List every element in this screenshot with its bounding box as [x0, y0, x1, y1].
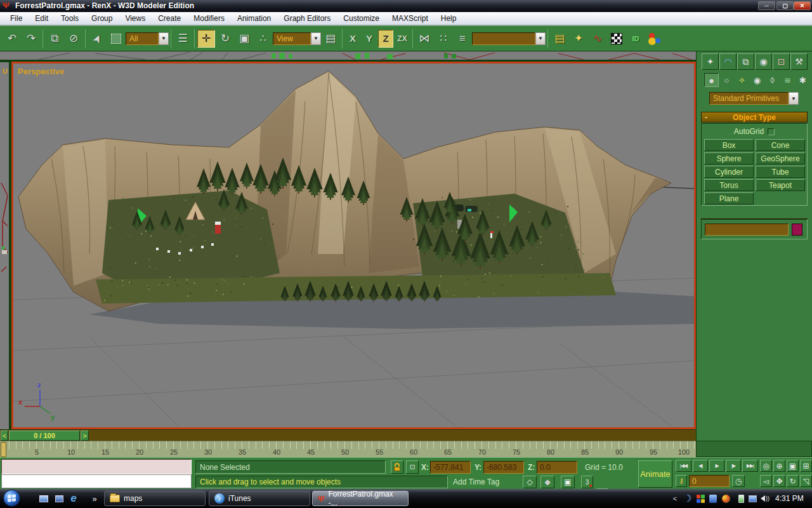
x-coord-field[interactable]: -577.841	[430, 461, 471, 474]
sphere-button[interactable]: Sphere	[704, 152, 754, 164]
degradation-cube-icon[interactable]: ◇	[523, 476, 537, 488]
use-pivot-center-icon[interactable]: ▤	[322, 30, 339, 48]
time-configuration-icon[interactable]: ◷	[732, 475, 745, 487]
time-slider-track[interactable]: < 0 / 100 >	[0, 429, 696, 441]
quick-launch-switcher-icon[interactable]	[53, 493, 65, 504]
snap-3d-icon[interactable]: 3	[581, 476, 593, 488]
restrict-x-button[interactable]: X	[345, 30, 360, 48]
min-max-toggle-icon[interactable]: ◹	[800, 475, 812, 487]
taskbar-button-maps[interactable]: maps	[104, 491, 206, 506]
mirror-icon[interactable]: ⋈	[416, 30, 433, 48]
rectangular-selection-icon[interactable]	[107, 30, 125, 48]
go-to-start-button[interactable]: |◀◀	[676, 460, 691, 472]
zoom-all-icon[interactable]: ⊕	[773, 460, 785, 472]
menu-animation[interactable]: Animation	[231, 13, 277, 24]
maxscript-listener-pink[interactable]	[1, 459, 192, 474]
undo-icon[interactable]: ↶	[3, 30, 21, 48]
redo-icon[interactable]: ↷	[22, 30, 40, 48]
create-tab-icon[interactable]: ✦	[702, 53, 719, 70]
unlink-selection-icon[interactable]: ⊘	[65, 30, 82, 48]
tray-power-icon[interactable]	[736, 493, 746, 504]
perspective-viewport[interactable]: Perspective	[11, 62, 696, 429]
selection-filter-dropdown[interactable]: All	[126, 32, 159, 45]
next-frame-playback-button[interactable]: |▶	[726, 460, 741, 472]
current-frame-field[interactable]: 0	[689, 475, 730, 487]
play-button[interactable]: ▶	[709, 460, 724, 472]
object-name-input[interactable]	[705, 224, 789, 236]
minimize-button[interactable]: ─	[758, 1, 775, 10]
key-mode-toggle-icon[interactable]: ⚷	[676, 475, 687, 487]
tray-network-icon[interactable]	[747, 493, 757, 504]
cone-button[interactable]: Cone	[756, 139, 805, 151]
shapes-subtab-icon[interactable]: ○	[719, 73, 734, 87]
taskbar-clock[interactable]: 4:31 PM	[775, 494, 804, 503]
geosphere-button[interactable]: GeoSphere	[756, 152, 805, 164]
select-and-rotate-icon[interactable]: ↻	[216, 30, 234, 48]
tray-collapse-chevron[interactable]: <	[670, 493, 680, 504]
teapot-button[interactable]: Teapot	[756, 179, 805, 191]
plane-button[interactable]: Plane	[704, 192, 754, 204]
close-button[interactable]: ✕	[794, 1, 811, 10]
track-view-icon[interactable]: ▤	[551, 30, 568, 48]
tray-app-grid-icon[interactable]	[695, 493, 705, 504]
restrict-plane-button[interactable]: ZX	[395, 30, 410, 48]
previous-frame-button[interactable]: <	[1, 431, 8, 441]
menu-views[interactable]: Views	[119, 13, 152, 24]
menu-graph-editors[interactable]: Graph Editors	[277, 13, 337, 24]
next-frame-button[interactable]: >	[81, 431, 89, 441]
absolute-offset-toggle-icon[interactable]: ⊡	[406, 460, 419, 474]
torus-button[interactable]: Torus	[704, 179, 754, 191]
track-bar[interactable]: 5 10 15 20 25 30 35 40 45 50 55 60 65 70…	[0, 441, 696, 457]
utilities-tab-icon[interactable]: ⚒	[790, 53, 808, 70]
viewport-label[interactable]: Perspective	[18, 67, 64, 76]
zoom-icon[interactable]: ◎	[760, 460, 772, 472]
lights-subtab-icon[interactable]: ✧	[735, 73, 749, 87]
maximize-button[interactable]: ▢	[776, 1, 794, 10]
modify-tab-icon[interactable]: ◠	[719, 53, 737, 70]
helpers-subtab-icon[interactable]: ◊	[765, 73, 780, 87]
named-selection-arrow[interactable]: ▼	[535, 32, 546, 45]
previous-frame-playback-button[interactable]: ◀|	[693, 460, 708, 472]
maxscript-listener-white[interactable]	[1, 474, 192, 488]
display-tab-icon[interactable]: ⊡	[773, 53, 790, 70]
tube-button[interactable]: Tube	[756, 166, 805, 178]
menu-customize[interactable]: Customize	[337, 13, 386, 24]
taskbar-button-itunes[interactable]: ♪ iTunes	[209, 491, 310, 506]
category-dropdown-arrow[interactable]: ▼	[789, 92, 799, 105]
top-viewport-sliver[interactable]	[0, 51, 696, 60]
menu-maxscript[interactable]: MAXScript	[386, 13, 435, 24]
named-selection-dropdown[interactable]	[472, 32, 535, 45]
menu-edit[interactable]: Edit	[29, 13, 55, 24]
autogrid-checkbox[interactable]	[768, 128, 775, 135]
quick-launch-desktop-icon[interactable]	[38, 493, 49, 504]
add-time-tag[interactable]: Add Time Tag	[453, 478, 499, 486]
menu-file[interactable]: File	[4, 13, 29, 24]
quick-launch-more-chevron[interactable]: »	[89, 493, 100, 504]
select-by-name-icon[interactable]: ☰	[174, 30, 192, 48]
left-viewport-sliver[interactable]: U	[0, 62, 9, 429]
menu-modifiers[interactable]: Modifiers	[187, 13, 231, 24]
render-icon[interactable]	[646, 30, 664, 48]
menu-group[interactable]: Group	[85, 13, 119, 24]
degradation-override-icon[interactable]: ◆	[540, 476, 554, 488]
geometry-subtab-icon[interactable]: ●	[704, 73, 719, 87]
select-and-link-icon[interactable]: ⧉	[46, 30, 63, 48]
tray-volume-icon[interactable]: ))	[760, 493, 770, 504]
object-type-rollout-header[interactable]: - Object Type	[701, 112, 808, 123]
tray-messenger-icon[interactable]	[708, 493, 718, 504]
go-to-end-button[interactable]: ▶▶|	[742, 460, 758, 472]
arc-rotate-icon[interactable]: ↻	[787, 475, 799, 487]
y-coord-field[interactable]: -680.583	[483, 461, 524, 474]
tray-color-wheel-icon[interactable]	[721, 493, 731, 504]
time-slider-handle[interactable]: 0 / 100	[9, 431, 80, 441]
start-button[interactable]	[3, 490, 20, 507]
restrict-z-button[interactable]: Z	[378, 30, 393, 48]
selection-lock-icon[interactable]	[391, 460, 403, 474]
menu-create[interactable]: Create	[152, 13, 187, 24]
zoom-extents-all-icon[interactable]: ⊞	[800, 460, 812, 472]
menu-help[interactable]: Help	[435, 13, 463, 24]
pan-icon[interactable]: ✥	[773, 475, 785, 487]
reference-coordinate-arrow[interactable]: ▼	[311, 32, 321, 45]
track-bar-thumb[interactable]	[1, 442, 6, 457]
align-icon[interactable]: ≡	[454, 30, 471, 48]
